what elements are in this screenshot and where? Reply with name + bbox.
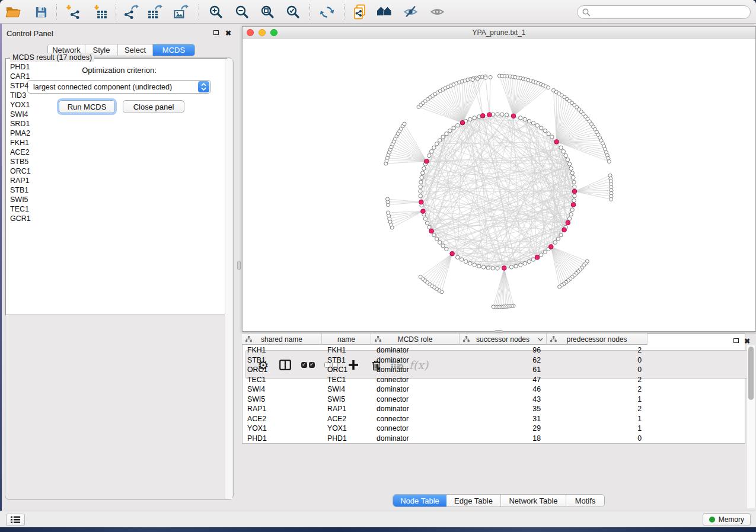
table-cell: 2 (547, 345, 647, 355)
table-row[interactable]: YOX1YOX1connector291 (242, 424, 647, 434)
tab-motifs[interactable]: Motifs (566, 495, 604, 507)
mcds-tab-content: Optimization criterion: largest connecte… (5, 57, 234, 500)
maximize-window-icon[interactable] (270, 29, 277, 36)
save-session-icon[interactable] (33, 4, 49, 20)
table-cell: FKH1 (242, 345, 322, 355)
vertical-splitter-handle[interactable] (237, 261, 241, 270)
refresh-layout-icon[interactable] (319, 4, 334, 20)
toolbar-separator (199, 4, 199, 20)
table-cell: dominator (371, 365, 460, 375)
table-cell: connector (371, 375, 460, 385)
network-window-titlebar[interactable]: YPA_prune.txt_1 (243, 27, 755, 39)
column-header-shared-name[interactable]: shared name (242, 334, 322, 345)
close-panel-icon[interactable]: ✖ (225, 30, 231, 36)
column-header-predecessor-nodes[interactable]: predecessor nodes (547, 334, 647, 345)
table-cell: STB1 (242, 355, 322, 366)
table-cell: ORC1 (322, 365, 371, 375)
task-history-button[interactable] (6, 514, 25, 526)
mcds-result-list[interactable]: PHD1CAR1STP4TID3YOX1SWI4SRD1PMA2FKH1ACE2… (6, 62, 225, 499)
mcds-result-item[interactable]: STP4 (6, 81, 225, 91)
table-row[interactable]: ORC1ORC1dominator610 (242, 365, 647, 375)
zoom-fit-icon[interactable] (260, 4, 275, 20)
network-graph[interactable] (243, 39, 755, 331)
column-header-MCDS-role[interactable]: MCDS role (371, 334, 460, 345)
table-cell: 1 (547, 424, 647, 434)
hide-selected-icon[interactable] (403, 4, 418, 20)
desktop-wallpaper-edge (0, 527, 756, 532)
table-row[interactable]: PHD1PHD1dominator180 (242, 434, 647, 444)
tab-mcds[interactable]: MCDS (153, 44, 194, 56)
table-row[interactable]: SWI4SWI4dominator462 (242, 384, 647, 395)
mcds-result-item[interactable]: TEC1 (6, 204, 225, 214)
clone-network-icon[interactable] (352, 4, 368, 20)
column-header-name[interactable]: name (322, 334, 371, 345)
mcds-result-item[interactable]: FKH1 (6, 138, 225, 148)
table-row[interactable]: RAP1RAP1dominator352 (242, 404, 647, 414)
table-cell: TEC1 (242, 375, 322, 385)
table-cell: RAP1 (242, 404, 322, 414)
search-icon (582, 8, 591, 17)
mcds-result-item[interactable]: STB5 (6, 157, 225, 166)
first-neighbors-icon[interactable] (377, 4, 392, 20)
toolbar-separator (310, 4, 310, 20)
tab-network-table[interactable]: Network Table (501, 495, 566, 507)
import-table-icon[interactable] (92, 4, 108, 20)
close-window-icon[interactable] (247, 29, 254, 36)
mcds-result-item[interactable]: YOX1 (6, 100, 225, 110)
mcds-result-item[interactable]: ACE2 (6, 148, 225, 157)
zoom-out-icon[interactable] (234, 4, 250, 20)
table-cell: 62 (460, 355, 547, 366)
table-row[interactable]: STB1STB1dominator620 (242, 355, 647, 366)
control-panel: Control Panel ✖ NetworkStyleSelectMCDS O… (2, 24, 237, 511)
result-scrollbar[interactable] (225, 59, 232, 499)
table-cell: 0 (547, 355, 647, 366)
open-file-icon[interactable] (5, 4, 21, 20)
column-type-icon (245, 336, 252, 342)
export-network-icon[interactable] (124, 4, 139, 20)
float-panel-icon[interactable] (213, 30, 219, 35)
table-cell: 0 (547, 434, 647, 444)
search-input[interactable] (591, 8, 750, 17)
mcds-result-item[interactable]: RAP1 (6, 176, 225, 185)
import-network-icon[interactable] (65, 4, 80, 20)
table-cell: dominator (371, 345, 460, 355)
mcds-result-title: MCDS result (17 nodes) (10, 53, 94, 62)
mcds-result-item[interactable]: PHD1 (6, 62, 225, 72)
table-cell: SWI4 (322, 384, 371, 395)
mcds-result-item[interactable]: SWI4 (6, 110, 225, 119)
export-table-icon[interactable] (148, 4, 163, 20)
table-cell: 2 (547, 384, 647, 395)
table-cell: 2 (547, 375, 647, 385)
memory-button[interactable]: Memory (703, 513, 751, 526)
mcds-result-item[interactable]: CAR1 (6, 72, 225, 81)
table-row[interactable]: TEC1TEC1connector472 (242, 375, 647, 385)
mcds-result-item[interactable]: PMA2 (6, 129, 225, 138)
tab-edge-table[interactable]: Edge Table (446, 495, 501, 507)
mcds-result-item[interactable]: TID3 (6, 91, 225, 100)
float-table-panel-icon[interactable] (733, 338, 739, 343)
zoom-in-icon[interactable] (208, 4, 224, 20)
table-row[interactable]: SWI5SWI5connector431 (242, 395, 647, 405)
tab-node-table[interactable]: Node Table (393, 495, 446, 507)
mcds-result-item[interactable]: GCR1 (6, 214, 225, 223)
table-cell: dominator (371, 384, 460, 395)
table-cell: SWI5 (322, 395, 371, 405)
show-all-icon[interactable] (429, 4, 445, 20)
tab-select[interactable]: Select (118, 44, 153, 56)
column-header-successor-nodes[interactable]: successor nodes (460, 334, 547, 345)
column-type-icon (550, 336, 557, 342)
list-icon (11, 516, 20, 524)
mcds-result-item[interactable]: ORC1 (6, 166, 225, 176)
table-cell: dominator (371, 404, 460, 414)
table-row[interactable]: ACE2ACE2connector311 (242, 414, 647, 424)
minimize-window-icon[interactable] (259, 29, 266, 36)
export-image-icon[interactable] (174, 4, 189, 20)
mcds-result-item[interactable]: STB1 (6, 185, 225, 195)
table-cell: YOX1 (322, 424, 371, 434)
mcds-result-item[interactable]: SRD1 (6, 119, 225, 129)
zoom-selected-icon[interactable] (285, 4, 301, 20)
control-panel-title: Control Panel (7, 29, 53, 38)
close-table-panel-icon[interactable]: ✖ (744, 338, 750, 344)
table-row[interactable]: FKH1FKH1dominator962 (242, 345, 647, 355)
mcds-result-item[interactable]: SWI5 (6, 195, 225, 204)
